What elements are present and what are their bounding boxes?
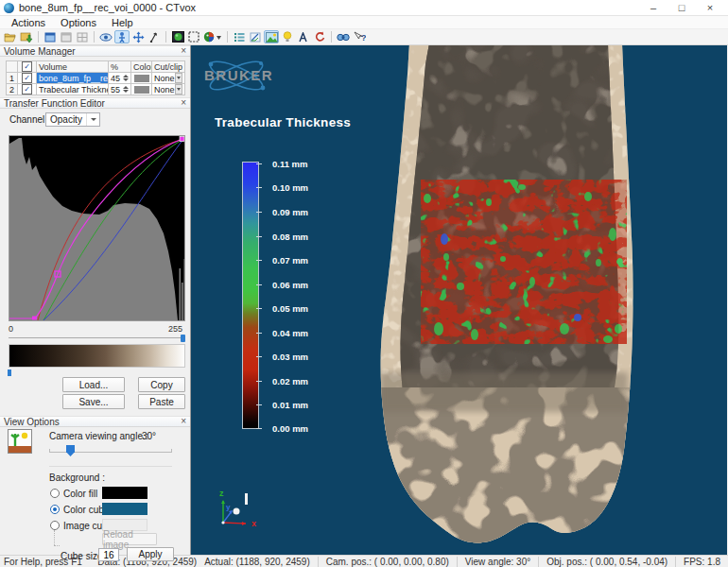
open-folder-icon[interactable] <box>3 30 18 43</box>
layout-quad-icon[interactable] <box>75 30 90 43</box>
transfer-function-header[interactable]: Transfer Function Editor × <box>0 97 190 109</box>
row2-color-cell[interactable] <box>131 84 152 95</box>
camera-angle-slider-handle[interactable] <box>66 445 75 456</box>
row1-cutclip[interactable]: None <box>152 73 185 84</box>
range-slider[interactable] <box>9 335 185 342</box>
paste-button[interactable]: Paste <box>138 394 185 409</box>
clipping-box-icon[interactable] <box>186 30 201 43</box>
tree-line <box>54 545 60 547</box>
layout-single-icon[interactable] <box>43 30 58 43</box>
status-fps: FPS: 1.8 <box>675 557 728 567</box>
menu-help[interactable]: Help <box>104 17 141 28</box>
row2-percent[interactable]: 55 <box>109 84 131 95</box>
import-dataset-icon[interactable] <box>19 30 34 43</box>
row2-checkbox-cell: ✓ <box>18 84 37 95</box>
render-viewport[interactable]: BRUKER Trabecular Thickness 0.11 mm 0.10… <box>191 45 727 555</box>
viewport-overlay-title: Trabecular Thickness <box>215 115 351 129</box>
colorbar-label: 0.07 mm <box>272 255 308 266</box>
row2-color-swatch[interactable] <box>134 86 149 94</box>
color-cube-radio[interactable] <box>50 505 60 514</box>
row2-cutclip-dropdown-icon[interactable] <box>175 84 182 94</box>
camera-angle-slider[interactable] <box>49 444 172 457</box>
channel-select[interactable]: Opacity <box>45 112 100 127</box>
render-sphere-icon[interactable] <box>170 30 185 43</box>
histogram-min-label: 0 <box>9 324 13 334</box>
row1-percent[interactable]: 45 <box>109 73 131 84</box>
lighting-icon[interactable] <box>280 30 295 43</box>
cube-size-label: Cube size <box>61 551 102 561</box>
row1-color-swatch[interactable] <box>134 75 149 82</box>
fly-mode-icon[interactable] <box>114 30 130 43</box>
colorbar-label: 0.05 mm <box>272 303 308 314</box>
volume-manager-title: Volume Manager <box>4 46 181 57</box>
tree-line <box>54 530 56 545</box>
status-actual: Actual: (1188, 920, 2459) <box>204 557 318 567</box>
row2-cutclip[interactable]: None <box>152 84 185 95</box>
view-options-header[interactable]: View Options × <box>0 416 190 427</box>
menu-options[interactable]: Options <box>53 17 104 28</box>
context-help-icon[interactable]: ? <box>352 30 367 43</box>
cube-size-input[interactable] <box>98 548 119 561</box>
menu-actions[interactable]: Actions <box>4 17 53 28</box>
find-icon[interactable] <box>336 30 351 43</box>
row2-volume-name[interactable]: Trabecular Thickness <box>37 84 109 95</box>
row1-color-cell[interactable] <box>131 73 152 84</box>
volume-manager-close-icon[interactable]: × <box>181 46 186 56</box>
transfer-function-close-icon[interactable]: × <box>181 98 186 108</box>
gradient-position-marker[interactable] <box>8 369 11 376</box>
color-gradient-bar[interactable] <box>9 344 185 368</box>
colorbar-label: 0.10 mm <box>272 182 308 193</box>
pick-tool-icon[interactable] <box>147 30 162 43</box>
transform-icon[interactable] <box>312 30 327 43</box>
color-cube-swatch[interactable] <box>102 503 147 515</box>
volume-manager-panel: Volume Manager × ✓ Volume % Color Cut/cl… <box>0 45 190 97</box>
view-options-close-icon[interactable]: × <box>181 417 186 426</box>
row1-checkbox[interactable]: ✓ <box>22 73 32 83</box>
range-slider-handle[interactable] <box>181 335 185 342</box>
close-button[interactable]: × <box>696 2 724 13</box>
view-options-panel: View Options × Camera viewing angle : 30… <box>0 416 190 555</box>
save-button[interactable]: Save... <box>62 394 125 409</box>
colorbar-label: 0.04 mm <box>272 328 308 338</box>
apply-button[interactable]: Apply <box>127 547 174 561</box>
row1-checkbox-cell: ✓ <box>18 73 37 84</box>
col-color: Color <box>131 61 152 73</box>
image-cube-radio[interactable] <box>50 521 60 530</box>
color-fill-radio[interactable] <box>50 489 60 498</box>
row2-spinner[interactable] <box>123 86 129 93</box>
color-disk-icon[interactable] <box>202 30 223 43</box>
col-num <box>7 61 18 73</box>
load-button[interactable]: Load... <box>62 377 125 392</box>
histogram-canvas[interactable] <box>9 135 185 321</box>
volume-list-icon[interactable] <box>232 30 247 43</box>
layout-dual-icon[interactable] <box>59 30 74 43</box>
colorbar-gradient <box>242 162 259 429</box>
annotation-font-icon[interactable] <box>296 30 311 43</box>
divider <box>49 466 172 467</box>
row1-cutclip-dropdown-icon[interactable] <box>175 73 182 83</box>
minimize-button[interactable]: – <box>639 2 667 13</box>
maximize-button[interactable]: □ <box>667 2 696 13</box>
copy-button[interactable]: Copy <box>138 377 185 392</box>
volume-manager-header[interactable]: Volume Manager × <box>0 45 190 57</box>
row2-checkbox[interactable]: ✓ <box>22 84 32 94</box>
view-eye-icon[interactable] <box>98 30 113 43</box>
svg-text:?: ? <box>361 33 366 43</box>
color-fill-swatch[interactable] <box>102 487 147 499</box>
z-axis-label: z <box>219 489 224 498</box>
header-checkbox[interactable]: ✓ <box>22 61 32 72</box>
x-axis-label: x <box>251 519 256 528</box>
color-fill-label: Color fill <box>63 489 97 499</box>
row1-spinner[interactable] <box>123 75 129 81</box>
status-view-angle: View angle: 30° <box>457 557 538 567</box>
histogram-view-icon[interactable] <box>248 30 263 43</box>
colorbar-label: 0.08 mm <box>272 232 308 242</box>
bruker-logo: BRUKER <box>199 51 304 106</box>
move-tool-icon[interactable] <box>130 30 146 43</box>
camera-angle-value: 30° <box>142 431 156 441</box>
colorbar-label: 0.00 mm <box>272 423 308 434</box>
transfer-function-panel: Transfer Function Editor × Channel : Opa… <box>0 97 190 416</box>
row1-volume-name[interactable]: bone_8um_fp__rec_voi_000 <box>37 73 109 84</box>
transfer-function-title: Transfer Function Editor <box>4 98 181 109</box>
image-view-icon[interactable] <box>264 30 279 43</box>
